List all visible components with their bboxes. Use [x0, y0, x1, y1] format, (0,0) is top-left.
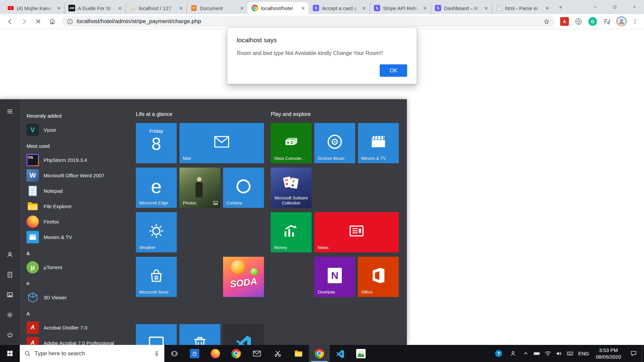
start-tiles-area: Life at a glanceFriday8MaileMicrosoft Ed…	[0, 99, 407, 345]
youtube-favicon-icon	[7, 5, 14, 11]
solitaire-icon: 10♥J♠	[282, 174, 300, 192]
browser-menu-button[interactable]	[631, 18, 639, 25]
tab-title: Stripe API Refe	[383, 5, 420, 11]
browser-tab-4-mujhe-kaise[interactable]: (4) Mujhe Kaise	[3, 2, 64, 14]
media-controls-icon[interactable]	[602, 17, 611, 26]
taskbar-app-scissors[interactable]	[267, 345, 288, 362]
browser-tab-stripe-api-refe[interactable]: SStripe API Refe	[370, 2, 431, 14]
taskbar-app-app-store-blue[interactable]	[184, 345, 205, 362]
tray-network-button[interactable]	[542, 345, 553, 362]
tile-mail[interactable]: Mail	[179, 123, 264, 163]
tab-close-icon[interactable]	[117, 5, 123, 11]
tray-chevron-up-button[interactable]	[520, 345, 531, 362]
browser-tab-accept-a-card-p[interactable]: SAccept a card p	[309, 2, 370, 14]
address-bar[interactable]: localhost/hotel/admin/stripe_payment/cha…	[62, 16, 555, 27]
taskbar-app-photos[interactable]	[351, 345, 371, 362]
tab-close-icon[interactable]	[544, 5, 550, 11]
tile-soda[interactable]: SODA	[223, 257, 264, 297]
tile-group-life-at-a-glance[interactable]: Life at a glance	[136, 111, 172, 117]
tab-close-icon[interactable]	[300, 5, 306, 11]
taskbar-app-chrome[interactable]	[226, 345, 247, 362]
taskbar-app-mail-dark[interactable]	[247, 345, 267, 362]
tile-label: Money	[274, 245, 309, 250]
tile-microsoft-store[interactable]: Microsoft Store	[136, 257, 177, 297]
calendar-date-number: 8	[136, 135, 177, 153]
tab-close-icon[interactable]	[361, 5, 367, 11]
tray-battery-button[interactable]	[531, 345, 542, 362]
taskbar-app-file-explorer[interactable]	[288, 345, 309, 362]
tab-close-icon[interactable]	[178, 5, 184, 11]
microphone-icon[interactable]	[153, 350, 160, 357]
browser-tab-dashboard-m[interactable]: SDashboard – M	[431, 2, 492, 14]
tile-group-play-and-explore[interactable]: Play and explore	[271, 111, 311, 117]
back-button[interactable]	[3, 15, 17, 28]
tile-microsoft-solitaire-collection[interactable]: 10♥J♠Microsoft Solitaire Collection	[271, 168, 312, 208]
weather-icon	[147, 222, 165, 240]
tray-help-button[interactable]: ?	[491, 345, 506, 362]
tile-vscode[interactable]	[223, 324, 264, 345]
tile-groove-music[interactable]: Groove Music	[314, 123, 355, 163]
people-icon	[509, 350, 517, 357]
taskbar-app-vscode[interactable]	[330, 345, 351, 362]
action-center-button[interactable]	[625, 345, 642, 362]
tile-calendar[interactable]: Friday8	[136, 123, 177, 163]
taskbar-search[interactable]: Type here to search	[20, 345, 164, 362]
stripe-favicon-icon: S	[435, 5, 441, 11]
browser-tab-document[interactable]: Document	[186, 2, 248, 14]
tab-close-icon[interactable]	[239, 5, 245, 11]
forward-button[interactable]	[17, 15, 31, 28]
browser-tab-localhost-127[interactable]: localhost / 127	[125, 2, 186, 14]
firefox-icon	[211, 349, 220, 358]
extension-grammarly-icon[interactable]: G	[588, 17, 597, 26]
window-maximize-button[interactable]	[605, 0, 625, 14]
tile-screen[interactable]	[136, 324, 177, 345]
search-placeholder: Type here to search	[35, 350, 85, 357]
tile-label: Microsoft Store	[139, 290, 174, 295]
tab-close-icon[interactable]	[422, 5, 428, 11]
language-indicator[interactable]: ENG	[576, 351, 592, 356]
new-tab-button[interactable]	[555, 1, 566, 13]
tile-money[interactable]: Money	[271, 212, 312, 252]
tile-onenote[interactable]: NOneNote	[314, 257, 355, 297]
tab-title: Document	[200, 5, 236, 11]
taskbar-app-chrome[interactable]	[309, 345, 330, 362]
extension-globe-icon[interactable]	[574, 17, 583, 26]
tray-people-button[interactable]	[506, 345, 520, 362]
browser-tab-html-parse-er[interactable]: html - Parse er	[492, 2, 553, 14]
tray-touch-keyboard-button[interactable]	[565, 345, 576, 362]
tile-recycle[interactable]	[179, 324, 220, 345]
tile-photos[interactable]: Photos	[179, 168, 220, 208]
network-icon	[544, 350, 551, 357]
tile-news[interactable]: News	[314, 212, 399, 252]
tile-office[interactable]: Office	[358, 257, 399, 297]
tile-xbox-console[interactable]: Xbox Console...	[271, 123, 312, 163]
tile-microsoft-edge[interactable]: eMicrosoft Edge	[136, 168, 177, 208]
tab-close-icon[interactable]	[483, 5, 489, 11]
taskbar-clock[interactable]: 3:53 PM 08/05/2020	[592, 347, 625, 360]
tile-cortana[interactable]: Cortana	[223, 168, 264, 208]
tile-label: Photos	[183, 200, 218, 205]
taskbar-app-firefox[interactable]	[205, 345, 226, 362]
bookmark-star-icon[interactable]	[543, 18, 550, 25]
dialog-ok-button[interactable]: OK	[380, 64, 407, 77]
site-info-icon[interactable]	[66, 18, 73, 25]
browser-tab-localhost-hotel[interactable]: localhost/hotel	[248, 2, 309, 14]
window-minimize-button[interactable]	[586, 0, 605, 14]
start-button[interactable]	[0, 345, 20, 362]
tab-title: localhost/hotel	[261, 5, 298, 11]
tile-movies-tv[interactable]: Movies & TV	[358, 123, 399, 163]
browser-tab-a-guide-for-st[interactable]: AWA Guide For St	[64, 2, 125, 14]
stop-loading-button[interactable]	[32, 15, 45, 28]
tray-volume-button[interactable]	[553, 345, 565, 362]
task-view-button[interactable]	[164, 345, 184, 362]
tile-label: Microsoft Solitaire Collection	[272, 196, 310, 206]
stop-icon	[35, 18, 42, 25]
movies-tile-icon	[369, 133, 387, 151]
show-desktop-button[interactable]	[642, 345, 644, 362]
profile-avatar[interactable]	[616, 16, 627, 26]
home-button[interactable]	[46, 15, 59, 28]
tab-close-icon[interactable]	[56, 5, 62, 11]
tile-weather[interactable]: Weather	[136, 212, 177, 252]
extension-adobe-icon[interactable]: A	[560, 17, 569, 26]
window-close-button[interactable]	[625, 0, 644, 14]
